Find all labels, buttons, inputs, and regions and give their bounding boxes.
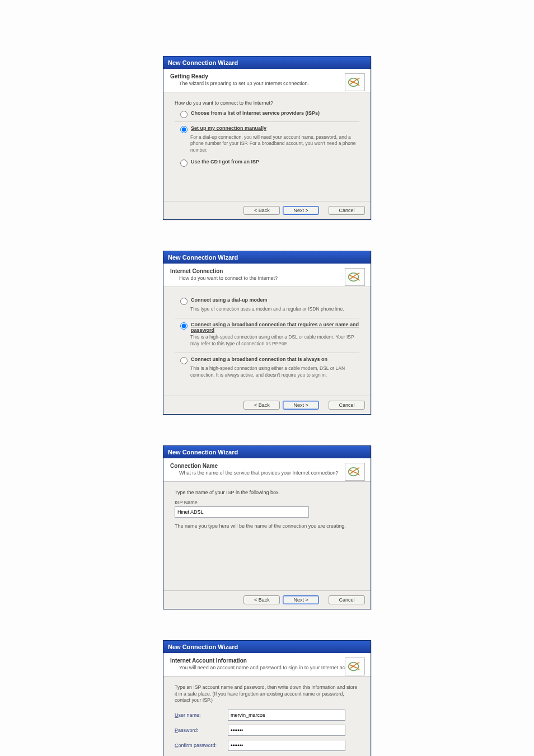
next-button[interactable]: Next > bbox=[283, 206, 319, 215]
prompt-text: Type the name of your ISP in the followi… bbox=[175, 490, 359, 495]
wizard-header: Internet Connection How do you want to c… bbox=[163, 264, 371, 287]
header-subtitle: You will need an account name and passwo… bbox=[179, 665, 364, 670]
wizard-icon bbox=[345, 73, 365, 91]
cancel-button[interactable]: Cancel bbox=[329, 206, 365, 215]
username-label: UUser name:ser name: bbox=[175, 712, 228, 718]
separator bbox=[175, 353, 359, 353]
wizard-body: Connect using a dial-up modem This type … bbox=[163, 287, 371, 396]
cancel-button[interactable]: Cancel bbox=[329, 595, 365, 604]
back-button[interactable]: < Back bbox=[243, 401, 280, 410]
radio-desc-dialup: This type of connection uses a modem and… bbox=[190, 306, 359, 312]
header-title: Getting Ready bbox=[170, 73, 364, 79]
wizard-icon bbox=[345, 658, 365, 675]
window-title: New Connection Wizard bbox=[163, 641, 371, 653]
next-button[interactable]: Next > bbox=[283, 595, 319, 604]
wizard-account-information: New Connection Wizard Internet Account I… bbox=[163, 640, 371, 756]
header-subtitle: How do you want to connect to the Intern… bbox=[179, 275, 364, 281]
header-subtitle: What is the name of the service that pro… bbox=[179, 470, 364, 476]
radio-label-choose-isp-list[interactable]: Choose from a list of Internet service p… bbox=[191, 110, 320, 116]
radio-broadband-always-on[interactable] bbox=[180, 357, 188, 364]
wizard-body: Type an ISP account name and password, t… bbox=[163, 677, 371, 756]
radio-choose-isp-list[interactable] bbox=[180, 111, 188, 118]
next-button[interactable]: Next > bbox=[283, 401, 319, 410]
header-subtitle: The wizard is preparing to set up your I… bbox=[179, 81, 364, 86]
window-title: New Connection Wizard bbox=[163, 446, 371, 458]
wizard-body: How do you want to connect to the Intern… bbox=[163, 92, 371, 201]
wizard-header: Internet Account Information You will ne… bbox=[163, 653, 371, 677]
radio-label-use-cd[interactable]: Use the CD I got from an ISP bbox=[191, 159, 259, 165]
radio-desc-broadband-always-on: This is a high-speed connection using ei… bbox=[190, 365, 359, 378]
confirm-password-label: Confirm password: bbox=[175, 743, 228, 748]
radio-desc-setup-manually: For a dial-up connection, you will need … bbox=[190, 134, 359, 153]
wizard-footer: < Back Next > Cancel bbox=[163, 201, 371, 219]
username-input[interactable] bbox=[228, 710, 345, 721]
back-button[interactable]: < Back bbox=[243, 595, 280, 604]
wizard-icon bbox=[345, 268, 365, 286]
wizard-internet-connection: New Connection Wizard Internet Connectio… bbox=[163, 251, 371, 415]
window-title: New Connection Wizard bbox=[163, 57, 371, 69]
radio-use-cd[interactable] bbox=[180, 159, 188, 167]
cancel-button[interactable]: Cancel bbox=[329, 401, 365, 410]
radio-label-dialup-modem[interactable]: Connect using a dial-up modem bbox=[191, 297, 268, 303]
wizard-body: Type the name of your ISP in the followi… bbox=[163, 482, 371, 590]
separator bbox=[175, 121, 359, 122]
header-title: Internet Account Information bbox=[170, 658, 364, 664]
intro-text: Type an ISP account name and password, t… bbox=[175, 684, 359, 704]
password-label: Password: bbox=[175, 727, 228, 733]
isp-name-label: ISP Name bbox=[175, 500, 359, 505]
radio-label-broadband-always-on[interactable]: Connect using a broadband connection tha… bbox=[191, 356, 327, 362]
separator bbox=[175, 318, 359, 318]
confirm-password-input[interactable] bbox=[228, 740, 345, 751]
radio-broadband-userpass[interactable] bbox=[180, 322, 188, 330]
back-button[interactable]: < Back bbox=[243, 206, 280, 215]
radio-label-broadband-userpass[interactable]: Connect using a broadband connection tha… bbox=[191, 322, 359, 333]
window-title: New Connection Wizard bbox=[163, 251, 371, 264]
wizard-footer: < Back Next > Cancel bbox=[163, 396, 371, 414]
question-text: How do you want to connect to the Intern… bbox=[175, 100, 359, 106]
radio-desc-broadband-userpass: This is a high-speed connection using ei… bbox=[190, 334, 359, 347]
wizard-header: Getting Ready The wizard is preparing to… bbox=[163, 69, 371, 92]
wizard-connection-name: New Connection Wizard Connection Name Wh… bbox=[163, 445, 371, 609]
radio-dialup-modem[interactable] bbox=[180, 298, 188, 305]
password-input[interactable] bbox=[228, 725, 345, 736]
radio-setup-manually[interactable] bbox=[180, 126, 188, 133]
wizard-footer: < Back Next > Cancel bbox=[163, 590, 371, 609]
radio-label-setup-manually[interactable]: Set up my connection manually bbox=[191, 125, 266, 131]
wizard-icon bbox=[345, 463, 365, 481]
isp-name-input[interactable] bbox=[175, 506, 309, 518]
wizard-header: Connection Name What is the name of the … bbox=[163, 458, 371, 482]
header-title: Connection Name bbox=[170, 463, 364, 469]
note-text: The name you type here will be the name … bbox=[175, 523, 359, 529]
header-title: Internet Connection bbox=[170, 268, 364, 274]
wizard-getting-ready: New Connection Wizard Getting Ready The … bbox=[163, 56, 371, 220]
